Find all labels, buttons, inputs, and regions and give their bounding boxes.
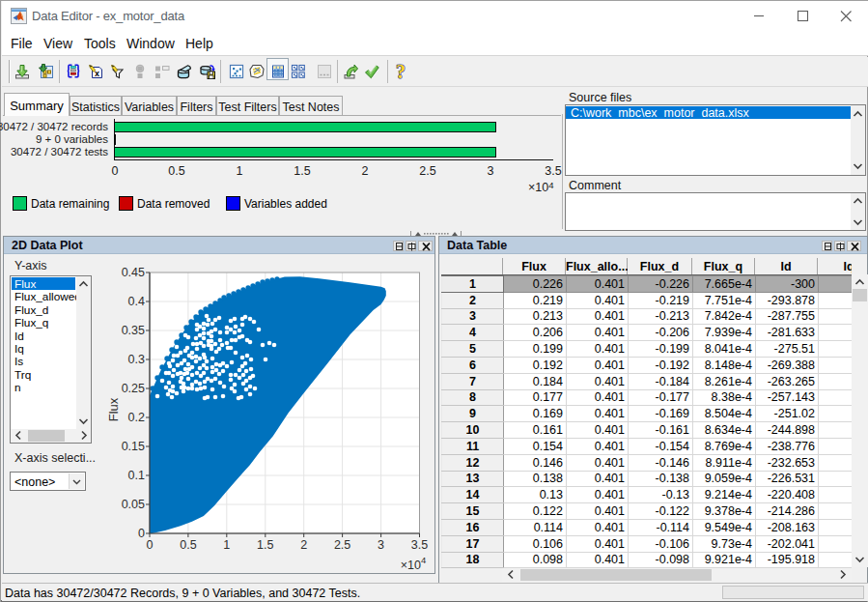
svg-text:2: 2 (300, 538, 307, 552)
svg-text:?: ? (396, 64, 406, 79)
svg-text:0: 0 (147, 538, 154, 552)
svg-text:4: 4 (421, 555, 426, 565)
svg-text:0.15: 0.15 (122, 440, 145, 453)
svg-text:0.45: 0.45 (122, 266, 145, 279)
svg-text:0.3: 0.3 (128, 353, 145, 366)
svg-text:0.1: 0.1 (128, 469, 145, 482)
svg-text:0.25: 0.25 (122, 382, 145, 395)
svg-text:0.2: 0.2 (128, 411, 145, 424)
svg-text:0: 0 (138, 527, 145, 540)
svg-text:0.4: 0.4 (128, 295, 145, 308)
svg-text:1.5: 1.5 (257, 538, 273, 552)
svg-text:1: 1 (223, 538, 230, 552)
svg-text:Flux: Flux (106, 397, 121, 421)
svg-text:3.5: 3.5 (411, 538, 428, 552)
svg-text:0.05: 0.05 (122, 498, 145, 511)
svg-text:0.35: 0.35 (122, 324, 145, 337)
svg-text:×10: ×10 (401, 559, 421, 572)
svg-text:2.5: 2.5 (334, 538, 350, 552)
svg-text:3: 3 (378, 538, 384, 552)
svg-text:0.5: 0.5 (180, 538, 196, 552)
